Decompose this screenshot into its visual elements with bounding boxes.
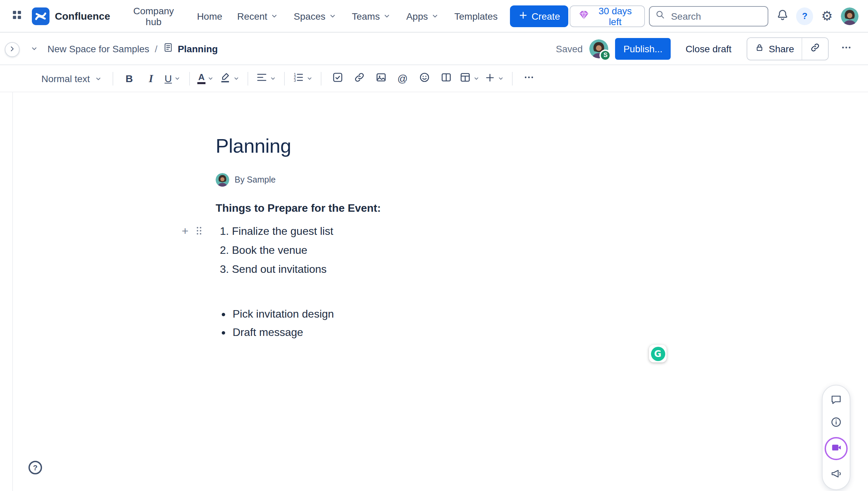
highlight-color-button[interactable] bbox=[217, 68, 241, 89]
insert-block-button[interactable]: + bbox=[179, 224, 191, 238]
user-avatar bbox=[841, 7, 859, 25]
byline-text: By Sample bbox=[235, 175, 276, 185]
table-icon bbox=[459, 71, 471, 86]
nav-item-teams[interactable]: Teams bbox=[345, 6, 398, 25]
megaphone-icon bbox=[830, 467, 842, 481]
insert-table-button[interactable] bbox=[457, 68, 481, 89]
breadcrumb-page-title: Planning bbox=[178, 43, 218, 54]
save-status: Saved bbox=[556, 43, 583, 54]
editor-canvas[interactable]: Planning By Sample Things to Prepare for… bbox=[13, 92, 868, 491]
video-camera-icon bbox=[830, 442, 842, 455]
list-item[interactable]: Finalize the guest list bbox=[232, 222, 717, 241]
breadcrumb-expand-button[interactable] bbox=[26, 40, 42, 57]
nav-item-templates[interactable]: Templates bbox=[448, 6, 505, 25]
mention-button[interactable]: @ bbox=[392, 68, 413, 89]
italic-icon: I bbox=[149, 72, 153, 84]
underline-icon: U bbox=[164, 73, 172, 84]
list-item[interactable]: Send out invitations bbox=[232, 260, 717, 279]
at-mention-icon: @ bbox=[397, 73, 408, 84]
chevron-down-icon bbox=[94, 74, 102, 82]
create-button[interactable]: Create bbox=[510, 5, 568, 27]
lists-button[interactable]: 123 bbox=[291, 68, 314, 89]
list-item[interactable]: Pick invitation design bbox=[233, 305, 717, 323]
share-button[interactable]: Share bbox=[747, 38, 802, 59]
editor-help-button[interactable]: ? bbox=[27, 459, 43, 475]
list-item[interactable]: Draft message bbox=[233, 323, 717, 341]
chevron-down-icon bbox=[173, 75, 181, 82]
plus-icon bbox=[484, 72, 495, 85]
list-item[interactable]: Book the venue bbox=[232, 241, 717, 260]
nav-item-label: Teams bbox=[352, 11, 380, 21]
italic-button[interactable]: I bbox=[141, 68, 161, 89]
feedback-button[interactable] bbox=[828, 466, 844, 483]
chevron-down-icon bbox=[232, 75, 240, 82]
emoji-button[interactable] bbox=[414, 68, 434, 89]
expand-sidebar-button[interactable] bbox=[5, 42, 20, 57]
share-button-group: Share bbox=[746, 37, 829, 60]
question-mark-icon: ? bbox=[28, 460, 42, 474]
search-box bbox=[649, 6, 769, 26]
grammarly-badge[interactable]: G bbox=[649, 345, 667, 362]
chevron-down-icon bbox=[431, 12, 439, 20]
page-title[interactable]: Planning bbox=[216, 134, 717, 158]
comments-button[interactable] bbox=[828, 392, 844, 409]
bell-icon bbox=[776, 8, 789, 24]
underline-button[interactable]: U bbox=[162, 68, 183, 89]
trial-days-left-button[interactable]: 30 days left bbox=[570, 5, 645, 27]
publish-button[interactable]: Publish... bbox=[615, 38, 671, 59]
app-switcher-button[interactable] bbox=[7, 5, 28, 27]
nav-item-recent[interactable]: Recent bbox=[231, 6, 286, 25]
page-header: New Space for Samples / Planning Saved S… bbox=[0, 33, 868, 65]
numbered-list-icon: 123 bbox=[292, 71, 304, 86]
text-color-button[interactable]: A bbox=[196, 68, 216, 89]
bold-button[interactable]: B bbox=[119, 68, 139, 89]
author-avatar bbox=[216, 173, 229, 187]
chevron-down-icon bbox=[270, 12, 279, 20]
more-actions-button[interactable] bbox=[835, 38, 857, 59]
nav-item-home[interactable]: Home bbox=[190, 6, 229, 25]
settings-button[interactable]: ⚙ bbox=[817, 5, 837, 27]
editor-toolbar: Normal text B I U A 123 @ bbox=[0, 65, 868, 92]
gear-icon: ⚙ bbox=[821, 10, 833, 22]
task-list-button[interactable] bbox=[327, 68, 348, 89]
help-button[interactable]: ? bbox=[796, 7, 813, 25]
toolbar-divider bbox=[512, 72, 512, 85]
details-button[interactable] bbox=[828, 415, 844, 431]
record-video-button[interactable] bbox=[825, 437, 848, 460]
nav-item-spaces[interactable]: Spaces bbox=[287, 6, 343, 25]
image-icon bbox=[375, 71, 387, 86]
svg-text:3: 3 bbox=[294, 78, 296, 82]
document: Planning By Sample Things to Prepare for… bbox=[216, 134, 717, 341]
floating-tools-pill bbox=[822, 385, 850, 490]
insert-more-button[interactable] bbox=[482, 68, 506, 89]
copy-link-button[interactable] bbox=[802, 38, 828, 59]
search-input[interactable] bbox=[670, 10, 763, 22]
text-align-button[interactable] bbox=[254, 68, 278, 89]
toolbar-overflow-button[interactable] bbox=[518, 68, 539, 89]
columns-layout-icon bbox=[440, 71, 452, 86]
text-style-label: Normal text bbox=[41, 73, 90, 84]
breadcrumb-space-link[interactable]: New Space for Samples bbox=[43, 40, 153, 57]
plus-icon bbox=[518, 10, 528, 22]
chevron-down-icon bbox=[269, 75, 276, 82]
profile-avatar-button[interactable] bbox=[841, 7, 859, 25]
text-style-dropdown[interactable]: Normal text bbox=[37, 68, 106, 89]
highlighter-icon bbox=[219, 71, 231, 86]
collaborator-presence[interactable]: S bbox=[590, 39, 609, 58]
drag-handle-icon[interactable] bbox=[195, 225, 203, 237]
confluence-brand[interactable]: Confluence bbox=[32, 7, 110, 25]
breadcrumb-current-page: Planning bbox=[159, 39, 222, 58]
notifications-button[interactable] bbox=[773, 5, 792, 27]
nav-item-company-hub[interactable]: Company hub bbox=[118, 1, 189, 31]
chevron-right-icon bbox=[8, 44, 16, 55]
trial-days-left-label: 30 days left bbox=[594, 5, 636, 27]
nav-item-apps[interactable]: Apps bbox=[399, 6, 446, 25]
section-heading[interactable]: Things to Prepare for the Event: bbox=[216, 202, 717, 215]
insert-link-button[interactable] bbox=[349, 68, 369, 89]
confluence-logo-icon bbox=[32, 7, 50, 25]
close-draft-button[interactable]: Close draft bbox=[677, 38, 739, 59]
layouts-button[interactable] bbox=[436, 68, 456, 89]
insert-image-button[interactable] bbox=[371, 68, 391, 89]
toolbar-divider bbox=[189, 72, 190, 85]
ordered-list: Finalize the guest list Book the venue S… bbox=[216, 222, 717, 279]
